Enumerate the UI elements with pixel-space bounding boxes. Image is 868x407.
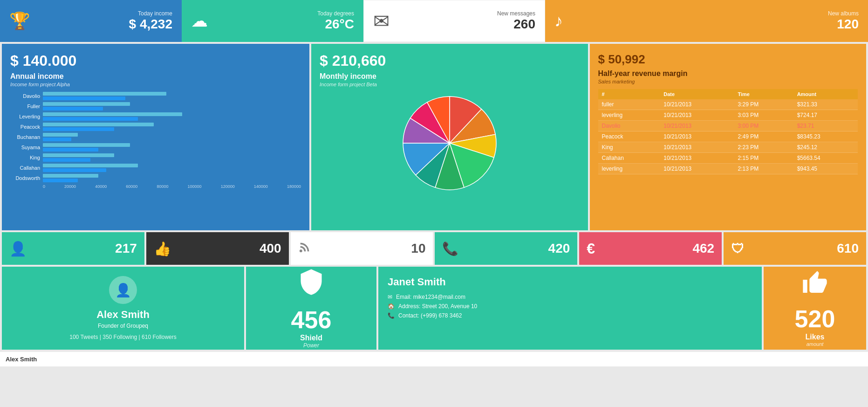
x-axis-label: 120000 — [221, 184, 235, 189]
bar-container — [43, 112, 301, 121]
shield-stat[interactable]: 🛡 610 — [724, 232, 866, 265]
annual-amount: $ 140.000 — [10, 52, 301, 69]
table-cell: King — [598, 142, 660, 153]
messages-card[interactable]: ✉ New messages 260 — [363, 0, 545, 42]
table-header: Date — [660, 89, 734, 99]
table-cell: leverling — [598, 110, 660, 121]
phone-value: 420 — [548, 241, 570, 256]
contact-card: Janet Smith ✉ Email: mike1234@mail.com 🏠… — [378, 267, 762, 350]
table-cell: Callahan — [598, 153, 660, 164]
bar-primary — [43, 123, 154, 126]
revenue-subtitle: Sales marketing — [598, 79, 858, 84]
bottom-grid: 👤 Alex Smith Founder of Groupeq 100 Twee… — [0, 265, 868, 352]
name-bar: Alex Smith — [0, 352, 868, 366]
contact-email: ✉ Email: mike1234@mail.com — [388, 294, 752, 300]
revenue-title: Half-year revenue margin — [598, 69, 858, 78]
phone-stat[interactable]: 📞 420 — [435, 232, 577, 265]
bar-primary — [43, 153, 114, 157]
bar-container — [43, 143, 301, 152]
bar-chart: DavolioFullerLeverlingPeacockBuchananSuy… — [10, 92, 301, 182]
table-cell: 3:00 PM — [734, 121, 793, 131]
users-stat[interactable]: 👤 217 — [2, 232, 144, 265]
cloud-icon: ☁ — [191, 11, 208, 31]
bar-label: Davolio — [10, 93, 43, 99]
annual-subtitle: Income form project Alpha — [10, 82, 301, 87]
likes-stat[interactable]: 👍 400 — [146, 232, 289, 265]
table-cell: 2:13 PM — [734, 164, 793, 174]
messages-text: New messages 260 — [497, 10, 535, 32]
annual-income-card: $ 140.000 Annual income Income form proj… — [2, 44, 309, 230]
table-header: # — [598, 89, 660, 99]
bar-primary — [43, 102, 130, 106]
table-cell: 2:49 PM — [734, 131, 793, 142]
table-row: leverling10/21/20133:03 PM$724.17 — [598, 110, 858, 121]
monthly-amount: $ 210,660 — [320, 52, 580, 69]
x-axis-label: 40000 — [95, 184, 107, 189]
bar-label: Suyama — [10, 145, 43, 150]
table-cell: 10/21/2013 — [660, 142, 734, 153]
degrees-label: Today degrees — [317, 10, 354, 17]
x-axis-label: 100000 — [188, 184, 202, 189]
bar-container — [43, 123, 301, 131]
stats-row: 👤 217 👍 400 10 📞 420 € 462 🛡 610 — [0, 232, 868, 265]
income-card[interactable]: 🏆 Today income $ 4,232 — [0, 0, 182, 42]
contact-address: 🏠 Address: Street 200, Avenue 10 — [388, 303, 752, 310]
bar-container — [43, 133, 301, 141]
bar-secondary — [43, 107, 103, 110]
x-axis-label: 20000 — [64, 184, 76, 189]
bar-primary — [43, 143, 130, 147]
table-cell: 10/21/2013 — [660, 121, 734, 131]
table-cell: 10/21/2013 — [660, 99, 734, 110]
followers: 610 Followers — [142, 334, 177, 340]
bar-row: Davolio — [10, 92, 301, 100]
bar-container — [43, 174, 301, 182]
bar-label: Callahan — [10, 165, 43, 171]
degrees-value: 26°C — [317, 17, 354, 32]
albums-text: New albums 120 — [828, 10, 859, 32]
envelope-icon: ✉ — [373, 10, 390, 33]
main-grid: $ 140.000 Annual income Income form proj… — [0, 42, 868, 232]
table-row: Callahan10/21/20132:15 PM$5663.54 — [598, 153, 858, 164]
following: 350 Following — [103, 334, 137, 340]
table-row: fuller10/21/20133:29 PM$321.33 — [598, 99, 858, 110]
bar-label: Leverling — [10, 114, 43, 119]
revenue-amount: $ 50,992 — [598, 52, 858, 67]
shield-big-icon — [297, 268, 325, 301]
table-cell: 10/21/2013 — [660, 110, 734, 121]
rss-stat[interactable]: 10 — [291, 232, 433, 265]
contact-phone: 📞 Contact: (+999) 678 3462 — [388, 312, 752, 319]
table-cell: $8345.23 — [793, 131, 858, 142]
table-cell: $245.12 — [793, 142, 858, 153]
x-axis-label: 180000 — [287, 184, 301, 189]
shield-stat-value: 610 — [837, 241, 859, 256]
messages-value: 260 — [497, 17, 535, 32]
x-axis-label: 80000 — [157, 184, 168, 189]
messages-label: New messages — [497, 10, 535, 17]
table-cell: leverling — [598, 164, 660, 174]
degrees-card[interactable]: ☁ Today degrees 26°C — [182, 0, 363, 42]
bar-label: Peacock — [10, 124, 43, 130]
tweets: 100 Tweets — [69, 334, 98, 340]
table-cell: $943.45 — [793, 164, 858, 174]
home-icon: 🏠 — [388, 303, 395, 310]
x-axis-label: 60000 — [126, 184, 137, 189]
shield-card: 456 Shield Power — [246, 267, 376, 350]
albums-card[interactable]: ♪ New albums 120 — [545, 0, 868, 42]
bar-row: Dodsworth — [10, 174, 301, 182]
bar-label: Buchanan — [10, 134, 43, 140]
user-icon: 👤 — [9, 241, 27, 257]
table-cell: 10/21/2013 — [660, 131, 734, 142]
bar-row: Buchanan — [10, 133, 301, 141]
rss-icon — [298, 241, 311, 257]
bar-container — [43, 153, 301, 162]
table-cell: Peacock — [598, 131, 660, 142]
bar-container — [43, 92, 301, 100]
bar-primary — [43, 112, 182, 116]
table-cell: $5663.54 — [793, 153, 858, 164]
euro-stat[interactable]: € 462 — [579, 232, 722, 265]
table-cell: fuller — [598, 99, 660, 110]
email-icon: ✉ — [388, 294, 392, 300]
likes-big-number: 520 — [795, 305, 835, 333]
bar-label: Fuller — [10, 103, 43, 109]
svg-point-0 — [300, 249, 302, 252]
